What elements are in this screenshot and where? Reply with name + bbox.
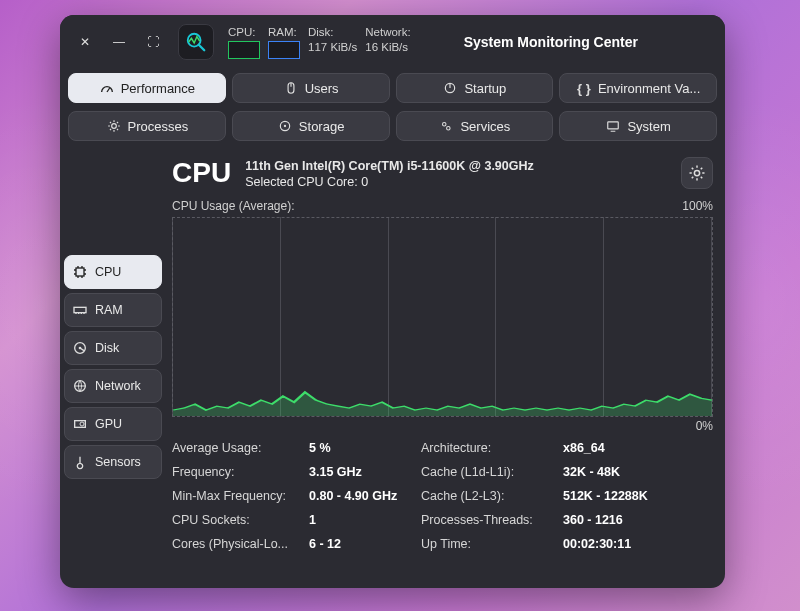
disk-icon [277, 118, 293, 134]
stat-key: Cache (L2-L3): [421, 489, 561, 503]
ram-icon [71, 301, 89, 319]
titlebar: ✕ ― ⛶ CPU: RAM: Disk:117 KiB/s Network:1… [60, 15, 725, 69]
gpu-icon [71, 415, 89, 433]
page-title: CPU [172, 157, 231, 189]
svg-point-7 [111, 124, 116, 129]
stat-val: 3.15 GHz [309, 465, 419, 479]
sidebar-item-label: GPU [95, 417, 122, 431]
sidebar-item-network[interactable]: Network [64, 369, 162, 403]
chart-ymax: 100% [682, 199, 713, 213]
stat-val: 00:02:30:11 [563, 537, 713, 551]
sidebar-item-label: CPU [95, 265, 121, 279]
svg-rect-14 [76, 268, 84, 276]
close-button[interactable]: ✕ [72, 29, 98, 55]
content: CPU RAM Disk Network GPU Sensors [60, 147, 725, 588]
hdr-cpu-sparkline [228, 41, 260, 59]
tab-label: Startup [464, 81, 506, 96]
stat-key: Processes-Threads: [421, 513, 561, 527]
hdd-icon [71, 339, 89, 357]
monitor-icon [605, 118, 621, 134]
cpu-model: 11th Gen Intel(R) Core(TM) i5-11600K @ 3… [245, 159, 534, 173]
chip-icon [71, 263, 89, 281]
settings-button[interactable] [681, 157, 713, 189]
stat-val: x86_64 [563, 441, 713, 455]
svg-point-10 [443, 123, 447, 127]
stat-key: Frequency: [172, 465, 307, 479]
tab-storage[interactable]: Storage [232, 111, 390, 141]
stat-val: 512K - 12288K [563, 489, 713, 503]
sidebar-item-ram[interactable]: RAM [64, 293, 162, 327]
svg-point-21 [80, 422, 84, 426]
stat-key: Cores (Physical-Lo... [172, 537, 307, 551]
sidebar-item-label: Network [95, 379, 141, 393]
tabs-row-1: Performance Users Startup { } Environmen… [60, 69, 725, 103]
svg-line-2 [107, 88, 110, 92]
tab-performance[interactable]: Performance [68, 73, 226, 103]
stat-val: 1 [309, 513, 419, 527]
speedometer-icon [99, 80, 115, 96]
thermometer-icon [71, 453, 89, 471]
globe-icon [71, 377, 89, 395]
svg-rect-15 [74, 307, 86, 312]
stat-key: Up Time: [421, 537, 561, 551]
sidebar: CPU RAM Disk Network GPU Sensors [60, 147, 166, 588]
hdr-cpu-label: CPU: [228, 25, 260, 39]
hdr-ram-sparkline [268, 41, 300, 59]
sidebar-item-gpu[interactable]: GPU [64, 407, 162, 441]
svg-point-22 [694, 170, 699, 175]
main-panel: CPU 11th Gen Intel(R) Core(TM) i5-11600K… [166, 147, 725, 588]
cpu-usage-chart [172, 217, 713, 417]
sidebar-item-cpu[interactable]: CPU [64, 255, 162, 289]
app-window: ✕ ― ⛶ CPU: RAM: Disk:117 KiB/s Network:1… [60, 15, 725, 588]
tab-label: Services [460, 119, 510, 134]
tab-label: Storage [299, 119, 345, 134]
header-stats: CPU: RAM: Disk:117 KiB/s Network:16 KiB/… [228, 25, 411, 59]
hdr-net-value: 16 KiB/s [365, 41, 410, 53]
svg-line-18 [80, 348, 84, 351]
svg-point-11 [447, 127, 451, 130]
app-icon [178, 24, 214, 60]
sidebar-item-label: Sensors [95, 455, 141, 469]
sidebar-item-label: Disk [95, 341, 119, 355]
tab-label: System [627, 119, 670, 134]
hdr-ram-label: RAM: [268, 25, 300, 39]
svg-rect-12 [608, 122, 619, 129]
hdr-disk-label: Disk: [308, 25, 357, 39]
gear-icon [106, 118, 122, 134]
tab-label: Environment Va... [598, 81, 700, 96]
cpu-selected-core: Selected CPU Core: 0 [245, 175, 534, 189]
stat-key: Min-Max Frequency: [172, 489, 307, 503]
mouse-icon [283, 80, 299, 96]
tab-services[interactable]: Services [396, 111, 554, 141]
stat-val: 0.80 - 4.90 GHz [309, 489, 419, 503]
braces-icon: { } [576, 80, 592, 96]
hdr-net-label: Network: [365, 25, 410, 39]
tab-label: Performance [121, 81, 195, 96]
minimize-button[interactable]: ― [106, 29, 132, 55]
stat-val: 32K - 48K [563, 465, 713, 479]
chart-ymin: 0% [696, 419, 713, 433]
tab-users[interactable]: Users [232, 73, 390, 103]
hdr-disk-value: 117 KiB/s [308, 41, 357, 53]
tabs-row-2: Processes Storage Services System [60, 107, 725, 141]
tab-system[interactable]: System [559, 111, 717, 141]
sidebar-item-disk[interactable]: Disk [64, 331, 162, 365]
tab-startup[interactable]: Startup [396, 73, 554, 103]
tab-processes[interactable]: Processes [68, 111, 226, 141]
svg-point-9 [284, 125, 286, 127]
tab-label: Users [305, 81, 339, 96]
stat-key: Average Usage: [172, 441, 307, 455]
stat-key: Architecture: [421, 441, 561, 455]
app-title: System Monitoring Center [464, 34, 668, 50]
stat-key: Cache (L1d-L1i): [421, 465, 561, 479]
power-icon [442, 80, 458, 96]
stat-val: 6 - 12 [309, 537, 419, 551]
sidebar-item-label: RAM [95, 303, 123, 317]
chart-ylabel: CPU Usage (Average): [172, 199, 295, 213]
cogs-icon [438, 118, 454, 134]
tab-environment[interactable]: { } Environment Va... [559, 73, 717, 103]
svg-line-1 [199, 45, 205, 51]
tab-label: Processes [128, 119, 189, 134]
maximize-button[interactable]: ⛶ [140, 29, 166, 55]
sidebar-item-sensors[interactable]: Sensors [64, 445, 162, 479]
